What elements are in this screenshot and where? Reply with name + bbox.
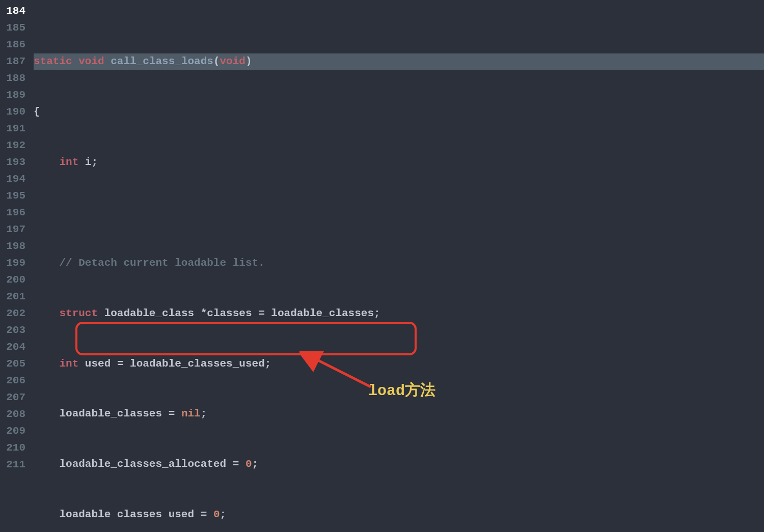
line-number: 186 [0,37,25,53]
line-number: 184 [0,3,25,20]
annotation-highlight-box [75,322,417,355]
code-area[interactable]: static void call_class_loads(void) { int… [30,0,764,532]
code-line-185: { [34,104,764,121]
line-number: 193 [0,154,25,171]
line-number: 188 [0,70,25,87]
line-number: 185 [0,20,25,37]
code-line-191: loadable_classes = nil; [34,406,764,423]
line-number: 202 [0,305,25,322]
code-line-187 [34,205,764,221]
line-number: 190 [0,104,25,121]
line-number: 199 [0,255,25,272]
line-number: 195 [0,188,25,205]
code-line-190: int used = loadable_classes_used; [34,356,764,373]
line-number-gutter: 1841851861871881891901911921931941951961… [0,0,30,532]
line-number: 198 [0,238,25,255]
line-number: 191 [0,121,25,137]
line-number: 208 [0,406,25,423]
code-line-186: int i; [34,154,764,171]
line-number: 197 [0,221,25,238]
code-line-184: static void call_class_loads(void) [34,53,764,70]
annotation-label: load方法 [368,379,435,403]
line-number: 200 [0,272,25,289]
code-line-188: // Detach current loadable list. [34,255,764,272]
line-number: 210 [0,440,25,457]
line-number: 196 [0,205,25,221]
line-number: 201 [0,289,25,305]
code-line-193: loadable_classes_used = 0; [34,507,764,523]
code-editor: 1841851861871881891901911921931941951961… [0,0,764,532]
line-number: 211 [0,457,25,473]
line-number: 187 [0,53,25,70]
code-line-189: struct loadable_class *classes = loadabl… [34,305,764,322]
line-number: 203 [0,322,25,339]
code-line-192: loadable_classes_allocated = 0; [34,456,764,473]
line-number: 209 [0,423,25,440]
line-number: 189 [0,87,25,104]
line-number: 194 [0,171,25,188]
line-number: 204 [0,339,25,356]
line-number: 192 [0,137,25,154]
line-number: 205 [0,356,25,373]
line-number: 206 [0,373,25,389]
line-number: 207 [0,389,25,406]
